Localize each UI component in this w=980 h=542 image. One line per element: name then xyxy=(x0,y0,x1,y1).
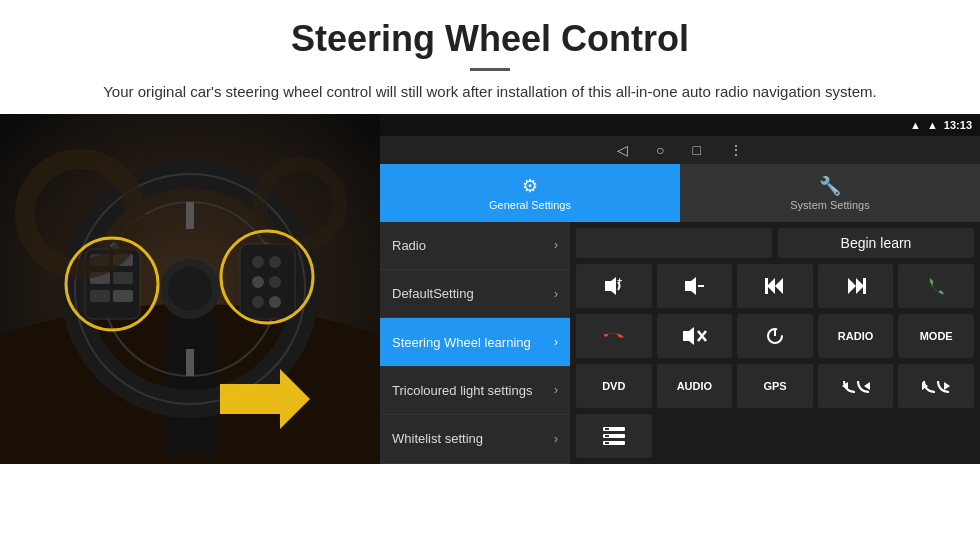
svg-rect-21 xyxy=(240,244,295,319)
list-icon xyxy=(603,427,625,445)
right-panel: Begin learn + xyxy=(570,222,980,464)
chevron-icon: › xyxy=(554,287,558,301)
system-settings-icon: 🔧 xyxy=(819,175,841,197)
recents-nav-icon[interactable]: □ xyxy=(693,142,701,158)
signal-icon: ▲ xyxy=(910,119,921,131)
control-row-3: DVD AUDIO GPS xyxy=(576,364,974,408)
mute-icon xyxy=(681,327,707,345)
prev-track-icon xyxy=(765,278,785,294)
vol-up-button[interactable]: + xyxy=(576,264,652,308)
menu-default-label: DefaultSetting xyxy=(392,286,474,301)
title-divider xyxy=(470,68,510,71)
svg-rect-42 xyxy=(863,278,866,294)
chevron-icon: › xyxy=(554,238,558,252)
begin-learn-button[interactable]: Begin learn xyxy=(778,228,974,258)
menu-tricoloured-label: Tricoloured light settings xyxy=(392,383,532,398)
svg-point-13 xyxy=(168,267,212,311)
svg-rect-55 xyxy=(605,428,609,430)
vol-down-button[interactable] xyxy=(657,264,733,308)
radio-button[interactable]: RADIO xyxy=(818,314,894,358)
tab-general-label: General Settings xyxy=(489,199,571,211)
menu-item-default[interactable]: DefaultSetting › xyxy=(380,270,570,318)
page-subtitle: Your original car's steering wheel contr… xyxy=(60,81,920,104)
svg-point-24 xyxy=(252,276,264,288)
hang-up-icon xyxy=(604,326,624,346)
tab-system-settings[interactable]: 🔧 System Settings xyxy=(680,164,980,222)
svg-point-27 xyxy=(269,296,281,308)
svg-marker-33 xyxy=(605,277,616,295)
svg-rect-56 xyxy=(605,435,609,437)
phone-icon xyxy=(926,276,946,296)
svg-rect-39 xyxy=(765,278,768,294)
vol-down-icon xyxy=(683,277,705,295)
mode-button[interactable]: MODE xyxy=(898,314,974,358)
control-row-4 xyxy=(576,414,974,458)
control-row-2: RADIO MODE xyxy=(576,314,974,358)
menu-steering-label: Steering Wheel learning xyxy=(392,335,531,350)
menu-whitelist-label: Whitelist setting xyxy=(392,431,483,446)
tel-prev-button[interactable] xyxy=(818,364,894,408)
tel-next-icon xyxy=(922,378,950,394)
wifi-icon: ▲ xyxy=(927,119,938,131)
svg-marker-41 xyxy=(856,278,864,294)
home-nav-icon[interactable]: ○ xyxy=(656,142,664,158)
svg-rect-57 xyxy=(605,442,609,444)
general-settings-icon: ⚙ xyxy=(522,175,538,197)
svg-marker-35 xyxy=(685,277,696,295)
left-menu: Radio › DefaultSetting › Steering Wheel … xyxy=(380,222,570,464)
clock: 13:13 xyxy=(944,119,972,131)
nav-bar: ◁ ○ □ ⋮ xyxy=(380,136,980,164)
car-svg xyxy=(0,114,380,464)
car-image xyxy=(0,114,380,464)
content-row: ▲ ▲ 13:13 ◁ ○ □ ⋮ ⚙ General Settings 🔧 S… xyxy=(0,114,980,464)
phone-button[interactable] xyxy=(898,264,974,308)
svg-point-25 xyxy=(269,276,281,288)
status-bar: ▲ ▲ 13:13 xyxy=(380,114,980,136)
menu-item-tricoloured[interactable]: Tricoloured light settings › xyxy=(380,367,570,415)
chevron-icon: › xyxy=(554,432,558,446)
begin-learn-row: Begin learn xyxy=(576,228,974,258)
next-track-button[interactable] xyxy=(818,264,894,308)
svg-point-23 xyxy=(269,256,281,268)
menu-nav-icon[interactable]: ⋮ xyxy=(729,142,743,158)
svg-marker-38 xyxy=(767,278,775,294)
dvd-button[interactable]: DVD xyxy=(576,364,652,408)
power-button[interactable] xyxy=(737,314,813,358)
svg-marker-49 xyxy=(864,382,870,390)
menu-item-whitelist[interactable]: Whitelist setting › xyxy=(380,415,570,463)
svg-point-22 xyxy=(252,256,264,268)
tab-system-label: System Settings xyxy=(790,199,869,211)
chevron-icon: › xyxy=(554,383,558,397)
tel-next-button[interactable] xyxy=(898,364,974,408)
svg-text:+: + xyxy=(617,277,622,286)
svg-marker-37 xyxy=(775,278,783,294)
top-section: Steering Wheel Control Your original car… xyxy=(0,0,980,114)
menu-item-steering[interactable]: Steering Wheel learning › xyxy=(380,318,570,366)
svg-point-26 xyxy=(252,296,264,308)
hang-up-button[interactable] xyxy=(576,314,652,358)
list-button[interactable] xyxy=(576,414,652,458)
audio-button[interactable]: AUDIO xyxy=(657,364,733,408)
power-icon xyxy=(765,326,785,346)
tab-general-settings[interactable]: ⚙ General Settings xyxy=(380,164,680,222)
svg-rect-19 xyxy=(90,290,110,302)
menu-radio-label: Radio xyxy=(392,238,426,253)
gps-button[interactable]: GPS xyxy=(737,364,813,408)
svg-marker-40 xyxy=(848,278,856,294)
chevron-icon: › xyxy=(554,335,558,349)
empty-slot xyxy=(576,228,772,258)
svg-rect-18 xyxy=(113,272,133,284)
main-area: Radio › DefaultSetting › Steering Wheel … xyxy=(380,222,980,464)
tel-prev-icon xyxy=(842,378,870,394)
svg-marker-51 xyxy=(944,382,950,390)
tab-bar: ⚙ General Settings 🔧 System Settings xyxy=(380,164,980,222)
menu-item-radio[interactable]: Radio › xyxy=(380,222,570,270)
mute-button[interactable] xyxy=(657,314,733,358)
vol-up-icon: + xyxy=(603,277,625,295)
prev-track-button[interactable] xyxy=(737,264,813,308)
back-nav-icon[interactable]: ◁ xyxy=(617,142,628,158)
page-title: Steering Wheel Control xyxy=(60,18,920,60)
next-track-icon xyxy=(846,278,866,294)
svg-rect-2 xyxy=(165,314,215,454)
svg-rect-20 xyxy=(113,290,133,302)
